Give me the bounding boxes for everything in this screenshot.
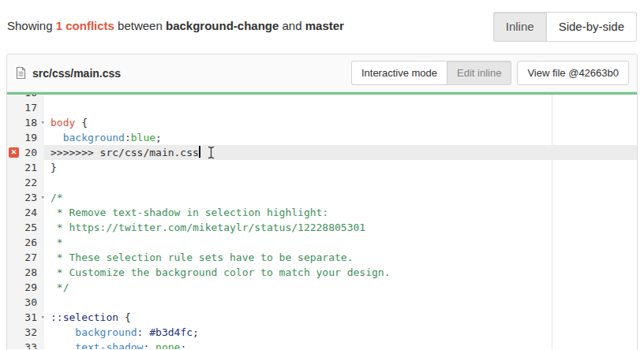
code-text[interactable] [44, 100, 637, 115]
code-editor[interactable]: 161718▾body {19 background:blue;✕20>>>>>… [7, 95, 637, 349]
code-token: body [51, 117, 75, 128]
code-text[interactable]: * These selection rule sets have to be s… [44, 250, 637, 265]
code-token: ::selection [51, 311, 118, 323]
code-line-17[interactable]: 17 [7, 100, 637, 115]
code-text[interactable] [44, 175, 637, 190]
code-token: text-shadow [75, 341, 143, 349]
code-text[interactable]: * Customize the background color to matc… [44, 265, 637, 280]
code-line-22[interactable]: 22 [7, 175, 637, 190]
inline-view-button[interactable]: Inline [493, 12, 546, 42]
code-token: * Remove text-shadow in selection highli… [51, 207, 328, 218]
code-text[interactable] [44, 95, 637, 100]
code-text[interactable]: ::selection { [44, 310, 637, 325]
code-token: : [125, 132, 131, 143]
code-token: background [63, 132, 125, 143]
edit-inline-button[interactable]: Edit inline [447, 61, 511, 86]
code-token [51, 326, 75, 338]
code-text[interactable]: */ [44, 280, 637, 295]
code-token: } [51, 162, 57, 173]
interactive-mode-button[interactable]: Interactive mode [351, 61, 447, 86]
line-number-30: 30 [7, 295, 44, 310]
line-number-17: 17 [7, 100, 44, 115]
code-token: background [75, 326, 137, 338]
code-token: blue [131, 132, 155, 143]
code-line-21[interactable]: 21} [7, 160, 637, 175]
view-file-button[interactable]: View file @42663b0 [517, 61, 629, 86]
code-line-16[interactable]: 16 [7, 95, 637, 100]
code-line-24[interactable]: 24 * Remove text-shadow in selection hig… [7, 205, 637, 220]
line-number-21: 21 [7, 160, 44, 175]
code-text[interactable]: } [44, 160, 637, 175]
code-token: { [75, 117, 88, 128]
file-icon [15, 66, 27, 80]
code-line-23[interactable]: 23▾/* [7, 190, 637, 205]
text-ibeam-cursor-icon [207, 146, 215, 163]
code-line-27[interactable]: 27 * These selection rule sets have to b… [7, 250, 637, 265]
conflict-file-card: src/css/main.css Interactive mode Edit i… [6, 54, 638, 350]
line-number-22: 22 [7, 175, 44, 190]
file-header-buttons: Interactive mode Edit inline View file @… [351, 61, 629, 86]
code-text[interactable]: * https://twitter.com/miketaylr/status/1… [44, 220, 637, 235]
line-number-26: 26 [7, 235, 44, 250]
code-line-25[interactable]: 25 * https://twitter.com/miketaylr/statu… [7, 220, 637, 235]
code-text[interactable]: background: #b3d4fc; [44, 325, 637, 340]
code-line-31[interactable]: 31▾::selection { [7, 310, 637, 325]
code-line-18[interactable]: 18▾body { [7, 115, 637, 130]
code-line-19[interactable]: 19 background:blue; [7, 130, 637, 145]
code-token: { [118, 311, 131, 323]
code-line-32[interactable]: 32 background: #b3d4fc; [7, 325, 637, 340]
line-number-33: 33 [7, 340, 44, 349]
code-token: /* [51, 192, 63, 203]
line-number-28: 28 [7, 265, 44, 280]
code-text[interactable]: * [44, 235, 637, 250]
line-number-24: 24 [7, 205, 44, 220]
line-number-16: 16 [7, 95, 44, 100]
code-line-30[interactable]: 30 [7, 295, 637, 310]
line-number-31: 31▾ [7, 310, 44, 325]
error-x-icon: ✕ [9, 147, 19, 158]
code-token: >>>>>>> src/css/main.css [51, 147, 199, 158]
code-line-28[interactable]: 28 * Customize the background color to m… [7, 265, 637, 280]
code-token: * Customize the background color to matc… [51, 266, 390, 278]
line-number-23: 23▾ [7, 190, 44, 205]
line-number-29: 29 [7, 280, 44, 295]
code-text[interactable]: text-shadow: none; [44, 340, 637, 349]
view-mode-toggle: Inline Side-by-side [493, 12, 637, 42]
code-token [51, 132, 63, 143]
summary-showing: Showing [7, 19, 53, 32]
code-token: ; [155, 132, 162, 143]
branch-name-target: master [305, 19, 344, 32]
line-number-20: ✕20 [7, 145, 44, 160]
summary-between: between [118, 19, 163, 32]
conflict-summary: Showing 1 conflicts between background-c… [7, 19, 344, 32]
code-text[interactable]: >>>>>>> src/css/main.css [44, 145, 637, 160]
code-token [51, 341, 75, 349]
code-token: * These selection rule sets have to be s… [51, 251, 354, 263]
code-token: ; [180, 341, 186, 349]
line-number-25: 25 [7, 220, 44, 235]
line-number-32: 32 [7, 325, 44, 340]
code-token: ; [193, 326, 199, 338]
code-token: : [137, 326, 150, 338]
code-token: */ [51, 281, 69, 293]
line-number-18: 18▾ [7, 115, 44, 130]
code-text[interactable] [44, 295, 637, 310]
code-line-26[interactable]: 26 * [7, 235, 637, 250]
code-line-20[interactable]: ✕20>>>>>>> src/css/main.css [7, 145, 637, 160]
code-text[interactable]: background:blue; [44, 130, 637, 145]
code-text[interactable]: body { [44, 115, 637, 130]
code-token: none [155, 341, 180, 349]
file-header: src/css/main.css Interactive mode Edit i… [7, 54, 637, 92]
code-text[interactable]: * Remove text-shadow in selection highli… [44, 205, 637, 220]
code-text[interactable]: /* [44, 190, 637, 205]
line-number-27: 27 [7, 250, 44, 265]
side-by-side-view-button[interactable]: Side-by-side [546, 12, 637, 42]
text-caret [199, 146, 200, 158]
code-line-33[interactable]: 33 text-shadow: none; [7, 340, 637, 349]
code-line-29[interactable]: 29 */ [7, 280, 637, 295]
summary-and: and [283, 19, 302, 32]
line-number-19: 19 [7, 130, 44, 145]
conflict-count: 1 conflicts [56, 19, 114, 32]
code-token: : [143, 341, 155, 349]
code-lines: 161718▾body {19 background:blue;✕20>>>>>… [7, 95, 637, 349]
